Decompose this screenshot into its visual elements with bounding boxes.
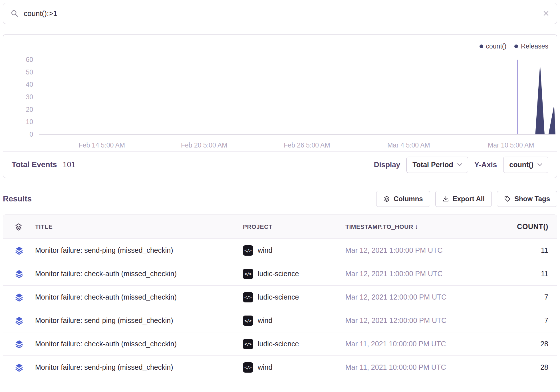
legend-count-label: count(): [486, 43, 507, 50]
svg-text:Mar 10 5:00 AM: Mar 10 5:00 AM: [488, 142, 534, 149]
svg-text:Feb 26 5:00 AM: Feb 26 5:00 AM: [284, 142, 330, 149]
table-row[interactable]: Monitor failure: send-ping (missed_check…: [3, 356, 557, 379]
stack-icon[interactable]: [3, 293, 35, 302]
project-cell: </> ludic-science: [243, 269, 345, 279]
total-events-value: 101: [63, 160, 76, 169]
legend-item-releases[interactable]: Releases: [514, 43, 548, 50]
columns-button[interactable]: Columns: [376, 191, 430, 207]
search-icon: [11, 9, 19, 17]
project-name: ludic-science: [258, 340, 299, 348]
timestamp-value: Mar 12, 2021 1:00:00 PM UTC: [345, 270, 497, 278]
project-platform-icon: </>: [243, 316, 253, 326]
yaxis-dropdown-value: count(): [509, 161, 533, 169]
timestamp-value: Mar 11, 2021 10:00:00 PM UTC: [345, 363, 497, 371]
table-header-row: TITLE PROJECT TIMESTAMP.TO_HOUR ↓ COUNT(…: [3, 215, 557, 239]
count-value: 7: [497, 316, 557, 325]
chart-footer: Total Events 101 Display Total Period Y-…: [3, 151, 557, 178]
events-chart: 0102030405060Feb 14 5:00 AMFeb 20 5:00 A…: [12, 51, 560, 151]
search-bar: [3, 3, 557, 24]
chevron-down-icon: [537, 163, 542, 166]
events-chart-panel: count() Releases 0102030405060Feb 14 5:0…: [3, 34, 557, 178]
export-all-button-label: Export All: [453, 195, 485, 203]
search-input[interactable]: [24, 9, 537, 18]
svg-text:Mar 4 5:00 AM: Mar 4 5:00 AM: [387, 142, 430, 149]
timestamp-value: Mar 12, 2021 12:00:00 PM UTC: [345, 316, 497, 325]
table-row[interactable]: Monitor failure: send-ping (missed_check…: [3, 239, 557, 262]
display-dropdown[interactable]: Total Period: [406, 157, 468, 173]
legend-releases-label: Releases: [521, 43, 548, 50]
event-title[interactable]: Monitor failure: send-ping (missed_check…: [35, 246, 243, 254]
timestamp-value: Mar 12, 2021 12:00:00 PM UTC: [345, 293, 497, 301]
svg-text:10: 10: [26, 118, 33, 126]
svg-text:40: 40: [26, 81, 33, 88]
project-name: wind: [258, 316, 272, 325]
download-icon: [442, 195, 449, 202]
event-title[interactable]: Monitor failure: send-ping (missed_check…: [35, 316, 243, 325]
chevron-down-icon: [457, 163, 462, 166]
column-header-count[interactable]: COUNT(): [497, 223, 557, 231]
stack-icon[interactable]: [3, 269, 35, 278]
show-tags-button[interactable]: Show Tags: [497, 191, 557, 207]
chart-area: count() Releases 0102030405060Feb 14 5:0…: [3, 35, 557, 151]
table-row[interactable]: Monitor failure: check-auth (missed_chec…: [3, 286, 557, 309]
project-cell: </> ludic-science: [243, 339, 345, 349]
tag-icon: [504, 195, 511, 202]
chart-controls: Display Total Period Y-Axis count(): [374, 157, 548, 173]
svg-text:60: 60: [26, 56, 33, 63]
project-cell: </> ludic-science: [243, 292, 345, 302]
column-header-timestamp[interactable]: TIMESTAMP.TO_HOUR ↓: [345, 223, 497, 231]
project-platform-icon: </>: [243, 362, 253, 373]
clear-search-icon[interactable]: [543, 10, 549, 17]
count-value: 11: [497, 246, 557, 254]
total-events: Total Events 101: [12, 160, 76, 169]
svg-text:Feb 20 5:00 AM: Feb 20 5:00 AM: [181, 142, 227, 149]
count-legend-dot: [480, 45, 483, 48]
svg-text:Feb 14 5:00 AM: Feb 14 5:00 AM: [79, 142, 125, 149]
event-title[interactable]: Monitor failure: send-ping (missed_check…: [35, 363, 243, 371]
sort-descending-icon: ↓: [415, 223, 418, 231]
export-all-button[interactable]: Export All: [435, 191, 492, 207]
stack-icon[interactable]: [3, 340, 35, 349]
project-name: wind: [258, 363, 272, 371]
project-platform-icon: </>: [243, 245, 253, 256]
project-cell: </> wind: [243, 245, 345, 256]
show-tags-button-label: Show Tags: [514, 195, 550, 203]
table-row[interactable]: Monitor failure: send-ping (missed_check…: [3, 309, 557, 332]
column-header-project[interactable]: PROJECT: [243, 223, 345, 230]
project-cell: </> wind: [243, 316, 345, 326]
count-value: 7: [497, 293, 557, 301]
count-value: 28: [497, 340, 557, 348]
project-name: wind: [258, 246, 272, 254]
project-platform-icon: </>: [243, 292, 253, 302]
event-title[interactable]: Monitor failure: check-auth (missed_chec…: [35, 340, 243, 348]
event-title[interactable]: Monitor failure: check-auth (missed_chec…: [35, 270, 243, 278]
header-stack-icon: [3, 223, 35, 231]
display-dropdown-value: Total Period: [412, 161, 453, 169]
yaxis-dropdown[interactable]: count(): [503, 157, 548, 173]
total-events-label: Total Events: [12, 160, 57, 169]
legend-item-count[interactable]: count(): [480, 43, 507, 50]
stack-icon[interactable]: [3, 316, 35, 325]
project-name: ludic-science: [258, 270, 299, 278]
yaxis-label: Y-Axis: [474, 160, 497, 169]
timestamp-value: Mar 11, 2021 10:00:00 PM UTC: [345, 340, 497, 348]
table-row[interactable]: Monitor failure: check-auth (missed_chec…: [3, 332, 557, 356]
columns-icon: [383, 195, 390, 202]
stack-icon[interactable]: [3, 363, 35, 372]
releases-legend-dot: [514, 45, 518, 48]
svg-text:20: 20: [26, 106, 33, 113]
svg-text:0: 0: [29, 131, 33, 138]
table-row[interactable]: Monitor failure: check-auth (missed_chec…: [3, 262, 557, 286]
results-title: Results: [3, 194, 32, 203]
project-platform-icon: </>: [243, 269, 253, 279]
stack-icon[interactable]: [3, 246, 35, 255]
project-cell: </> wind: [243, 362, 345, 373]
count-value: 11: [497, 270, 557, 278]
column-header-title[interactable]: TITLE: [35, 223, 243, 230]
event-title[interactable]: Monitor failure: check-auth (missed_chec…: [35, 293, 243, 301]
results-actions: Columns Export All Show: [376, 191, 557, 207]
timestamp-value: Mar 12, 2021 1:00:00 PM UTC: [345, 246, 497, 254]
results-table: TITLE PROJECT TIMESTAMP.TO_HOUR ↓ COUNT(…: [3, 215, 557, 392]
column-header-timestamp-label: TIMESTAMP.TO_HOUR: [345, 223, 413, 230]
display-label: Display: [374, 160, 400, 169]
